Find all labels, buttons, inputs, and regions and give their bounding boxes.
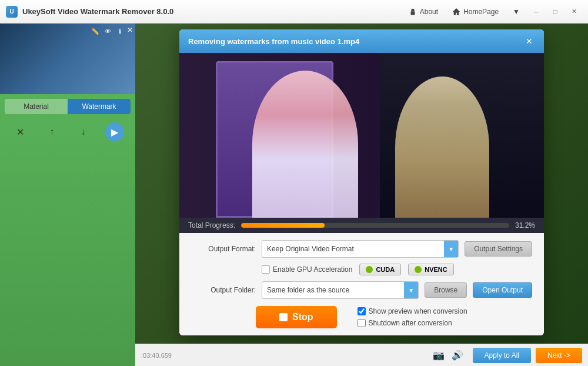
main-background: Removing watermarks from music video 1.m… — [135, 24, 588, 366]
gpu-label: Enable GPU Acceleration — [273, 265, 352, 274]
dropdown-button[interactable]: ▼ — [507, 5, 526, 18]
svg-rect-0 — [410, 11, 415, 15]
shutdown-checkbox[interactable] — [358, 319, 366, 327]
output-format-value: Keep Original Video Format — [267, 245, 354, 253]
output-format-label: Output Format: — [191, 245, 256, 253]
main-area: ✏️ 👁 ℹ ✕ Material Watermark ✕ ↑ ↓ ▶ Remo… — [0, 24, 588, 366]
time-display: :03:40.659 — [141, 352, 172, 359]
minimize-button[interactable]: ─ — [528, 5, 544, 18]
maximize-button[interactable]: □ — [547, 5, 563, 18]
next-button[interactable]: Next -> — [536, 348, 582, 363]
sidebar-actions: ✕ ↑ ↓ ▶ — [0, 119, 135, 145]
bottom-row: Stop Show preview when conversion Shutdo… — [191, 306, 532, 328]
stop-label: Stop — [292, 312, 313, 322]
processing-modal: Removing watermarks from music video 1.m… — [179, 29, 544, 335]
move-up-button[interactable]: ↑ — [42, 122, 61, 141]
cuda-badge[interactable]: CUDA — [359, 264, 401, 275]
progress-percent: 31.2% — [515, 221, 535, 229]
edit-icon[interactable]: ✏️ — [90, 26, 101, 36]
output-folder-value: Same folder as the source — [267, 286, 349, 294]
close-button[interactable]: ✕ — [566, 5, 582, 18]
delete-button[interactable]: ✕ — [11, 122, 30, 141]
material-tab[interactable]: Material — [5, 99, 68, 114]
video-person-right — [395, 76, 489, 218]
show-preview-label[interactable]: Show preview when conversion — [358, 307, 467, 315]
progress-fill — [241, 223, 325, 228]
play-button[interactable]: ▶ — [105, 122, 124, 141]
info-icon[interactable]: ℹ — [115, 26, 125, 36]
about-button[interactable]: About — [403, 5, 444, 18]
shutdown-text: Shutdown after conversion — [369, 319, 452, 327]
sidebar-thumbnail: ✏️ 👁 ℹ ✕ — [0, 24, 135, 94]
output-format-select[interactable]: Keep Original Video Format ▼ — [262, 240, 459, 258]
nvenc-label: NVENC — [425, 266, 447, 273]
progress-section: Total Progress: 31.2% — [179, 218, 544, 233]
output-format-row: Output Format: Keep Original Video Forma… — [191, 240, 532, 258]
volume-icon[interactable]: 🔊 — [452, 350, 463, 361]
video-preview — [179, 53, 544, 218]
sidebar-tabs: Material Watermark — [5, 99, 131, 114]
title-bar-right: About HomePage ▼ ─ □ ✕ — [403, 5, 582, 18]
shutdown-label[interactable]: Shutdown after conversion — [358, 319, 467, 327]
browse-button[interactable]: Browse — [425, 282, 467, 298]
cuda-icon — [366, 266, 373, 273]
nvenc-icon — [415, 266, 422, 273]
video-background — [179, 53, 544, 218]
thumbnail-close-icon[interactable]: ✕ — [127, 26, 133, 36]
output-folder-row: Output Folder: Same folder as the source… — [191, 281, 532, 299]
title-bar-left: U UkeySoft Video Watermark Remover 8.0.0 — [6, 6, 173, 18]
eye-icon[interactable]: 👁 — [102, 26, 113, 36]
sidebar: ✏️ 👁 ℹ ✕ Material Watermark ✕ ↑ ↓ ▶ — [0, 24, 135, 366]
stop-button[interactable]: Stop — [256, 306, 337, 328]
app-title: UkeySoft Video Watermark Remover 8.0.0 — [22, 7, 173, 16]
home-icon — [452, 8, 460, 16]
output-folder-select[interactable]: Same folder as the source ▼ — [262, 281, 419, 299]
apply-all-button[interactable]: Apply to All — [473, 348, 531, 363]
stop-icon — [279, 313, 288, 321]
video-person-left — [252, 71, 358, 218]
camera-icon[interactable]: 📷 — [433, 350, 445, 361]
controls-section: Output Format: Keep Original Video Forma… — [179, 233, 544, 335]
lock-icon — [409, 8, 417, 16]
folder-select-arrow: ▼ — [404, 282, 418, 298]
modal-header: Removing watermarks from music video 1.m… — [179, 29, 544, 53]
homepage-button[interactable]: HomePage — [446, 5, 505, 18]
title-bar: U UkeySoft Video Watermark Remover 8.0.0… — [0, 0, 588, 24]
select-arrow-icon: ▼ — [444, 241, 458, 257]
gpu-checkbox[interactable] — [262, 265, 270, 274]
progress-label: Total Progress: — [188, 221, 235, 229]
gpu-row: Enable GPU Acceleration CUDA NVENC — [191, 264, 532, 275]
show-preview-checkbox[interactable] — [358, 307, 366, 315]
right-options: Show preview when conversion Shutdown af… — [358, 307, 467, 327]
modal-close-button[interactable]: ✕ — [523, 35, 535, 47]
nvenc-badge[interactable]: NVENC — [408, 264, 454, 275]
move-down-button[interactable]: ↓ — [74, 122, 93, 141]
show-preview-text: Show preview when conversion — [369, 307, 467, 315]
output-settings-button[interactable]: Output Settings — [465, 241, 532, 257]
output-folder-label: Output Folder: — [191, 286, 256, 294]
modal-title: Removing watermarks from music video 1.m… — [188, 37, 359, 46]
bottom-bar: :03:40.659 📷 🔊 Apply to All Next -> — [135, 344, 588, 366]
progress-bar — [241, 223, 509, 228]
app-icon: U — [6, 6, 18, 18]
cuda-label: CUDA — [376, 266, 395, 273]
open-output-button[interactable]: Open Output — [473, 282, 532, 298]
gpu-checkbox-label[interactable]: Enable GPU Acceleration — [262, 265, 352, 274]
watermark-tab[interactable]: Watermark — [68, 99, 131, 114]
thumbnail-icons: ✏️ 👁 ℹ ✕ — [90, 26, 133, 36]
modal-overlay: Removing watermarks from music video 1.m… — [135, 24, 588, 366]
